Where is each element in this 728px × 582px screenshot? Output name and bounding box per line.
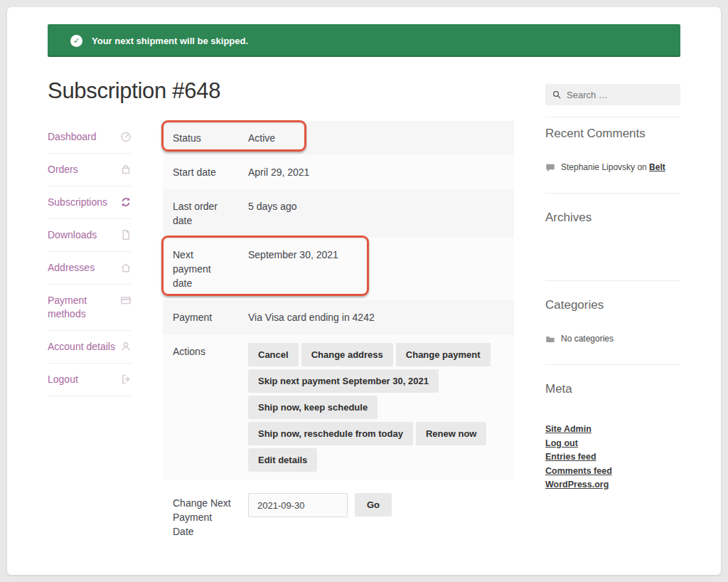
meta-link-item: Site Admin <box>545 422 680 436</box>
account-details-icon <box>120 341 132 352</box>
sidebar-item-label[interactable]: Dashboard <box>48 121 132 153</box>
detail-row-actions: Actions Cancel Change address Change pay… <box>163 334 514 480</box>
categories-widget: Categories No categories <box>545 298 680 365</box>
detail-row-status: Status Active <box>163 121 514 155</box>
sidebar-item-label[interactable]: Subscriptions <box>48 186 132 218</box>
meta-link-item: Entries feed <box>545 450 680 464</box>
detail-row-start-date: Start date April 29, 2021 <box>163 155 514 189</box>
sidebar-item-label[interactable]: Payment methods <box>48 285 132 330</box>
widget-title: Categories <box>545 298 680 312</box>
sidebar-item-logout[interactable]: Logout <box>48 364 132 396</box>
meta-link-item: Log out <box>545 436 680 450</box>
content-card: ✓ Your next shipment will be skipped. Su… <box>7 7 721 575</box>
comment-item: Stephanie Lipovsky on Belt <box>545 162 680 173</box>
detail-row-payment: Payment Via Visa card ending in 4242 <box>163 300 514 334</box>
site-admin-link[interactable]: Site Admin <box>545 423 592 436</box>
sidebar-item-label[interactable]: Addresses <box>48 252 132 284</box>
notice-text: Your next shipment will be skipped. <box>92 36 248 46</box>
comment-post-link[interactable]: Belt <box>649 162 665 172</box>
orders-icon <box>120 164 132 175</box>
sidebar-item-addresses[interactable]: Addresses <box>48 252 132 285</box>
recent-comments-widget: Recent Comments Stephanie Lipovsky on Be… <box>545 127 680 194</box>
widget-title: Recent Comments <box>545 127 680 141</box>
detail-label: Next payment date <box>163 238 248 300</box>
renew-now-button[interactable]: Renew now <box>416 422 487 445</box>
last-order-date-value: 5 days ago <box>248 189 514 238</box>
next-payment-date-value: September 30, 2021 <box>248 238 514 300</box>
change-date-row: Change Next Payment Date Go <box>163 480 514 549</box>
categories-empty-label: No categories <box>561 334 614 344</box>
sidebar-item-label[interactable]: Orders <box>48 154 132 186</box>
ship-now-reschedule-button[interactable]: Ship now, reschedule from today <box>248 422 413 445</box>
subscription-table: Status Active Start date April 29, 2021 … <box>163 121 514 480</box>
folder-icon <box>545 334 555 344</box>
change-date-label: Change Next Payment Date <box>163 480 248 549</box>
downloads-icon <box>120 229 132 240</box>
detail-row-last-order-date: Last order date 5 days ago <box>163 189 514 238</box>
subscription-details: Status Active Start date April 29, 2021 … <box>163 120 514 549</box>
go-button[interactable]: Go <box>355 493 392 517</box>
search-input[interactable] <box>567 90 673 100</box>
comments-feed-link[interactable]: Comments feed <box>545 465 612 478</box>
archives-widget: Archives <box>545 211 680 281</box>
sidebar-item-label[interactable]: Account details <box>48 331 132 363</box>
detail-label: Actions <box>163 334 248 480</box>
sidebar-widgets: Recent Comments Stephanie Lipovsky on Be… <box>545 120 680 549</box>
cancel-button[interactable]: Cancel <box>248 343 299 366</box>
skip-next-payment-button[interactable]: Skip next payment September 30, 2021 <box>248 369 439 393</box>
sidebar-item-label[interactable]: Logout <box>48 364 132 396</box>
edit-details-button[interactable]: Edit details <box>248 448 317 472</box>
detail-row-next-payment-date: Next payment date September 30, 2021 <box>163 238 514 300</box>
meta-links: Site Admin Log out Entries feed Comments… <box>545 422 680 492</box>
change-date-controls: Go <box>248 480 392 549</box>
payment-methods-icon <box>120 295 132 306</box>
entries-feed-link[interactable]: Entries feed <box>545 450 596 464</box>
addresses-icon <box>120 262 132 273</box>
widget-title: Archives <box>545 211 680 225</box>
sidebar-item-subscriptions[interactable]: Subscriptions <box>48 186 132 219</box>
subscriptions-icon <box>120 196 132 208</box>
comment-icon <box>545 163 555 173</box>
meta-widget: Meta Site Admin Log out Entries feed Com… <box>545 382 680 492</box>
account-navigation: Dashboard Orders <box>48 120 132 549</box>
sidebar-item-orders[interactable]: Orders <box>48 154 132 186</box>
widget-title: Meta <box>545 382 680 396</box>
page-content: Subscription #648 Dashboard <box>7 57 721 549</box>
logout-icon <box>120 374 132 385</box>
status-value: Active <box>248 121 514 155</box>
sidebar-item-dashboard[interactable]: Dashboard <box>48 121 132 154</box>
success-notice: ✓ Your next shipment will be skipped. <box>48 24 680 57</box>
date-input[interactable] <box>248 493 348 517</box>
sidebar-item-downloads[interactable]: Downloads <box>48 219 132 252</box>
actions-button-group: Cancel Change address Change payment Ski… <box>248 334 514 480</box>
page-header: Subscription #648 <box>48 57 514 120</box>
sidebar-item-payment-methods[interactable]: Payment methods <box>48 285 132 331</box>
search-widget <box>545 57 680 117</box>
change-address-button[interactable]: Change address <box>301 343 393 366</box>
page-title: Subscription #648 <box>48 78 514 104</box>
check-circle-icon: ✓ <box>70 35 82 47</box>
search-box[interactable] <box>545 84 680 105</box>
categories-empty-item: No categories <box>545 334 680 344</box>
search-icon <box>552 90 562 100</box>
wordpress-org-link[interactable]: WordPress.org <box>545 478 609 492</box>
detail-label: Status <box>163 121 248 155</box>
comment-text: Stephanie Lipovsky on Belt <box>561 162 665 173</box>
meta-link-item: WordPress.org <box>545 477 680 492</box>
detail-label: Last order date <box>163 189 248 238</box>
comment-author: Stephanie Lipovsky on <box>561 162 649 172</box>
sidebar-item-account-details[interactable]: Account details <box>48 331 132 364</box>
detail-label: Start date <box>163 155 248 189</box>
ship-now-keep-schedule-button[interactable]: Ship now, keep schedule <box>248 396 378 419</box>
meta-link-item: Comments feed <box>545 464 680 478</box>
start-date-value: April 29, 2021 <box>248 155 514 189</box>
detail-label: Payment <box>163 300 248 334</box>
log-out-link[interactable]: Log out <box>545 437 578 450</box>
change-payment-button[interactable]: Change payment <box>396 343 491 366</box>
sidebar-item-label[interactable]: Downloads <box>48 219 132 251</box>
payment-method-value: Via Visa card ending in 4242 <box>248 300 514 334</box>
dashboard-icon <box>120 131 132 142</box>
